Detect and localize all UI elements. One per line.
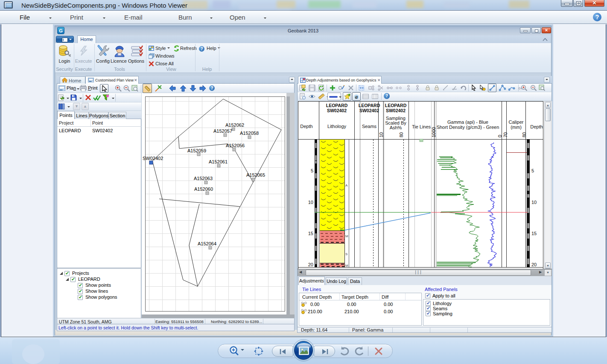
svg-text:LEOPARD: LEOPARD [326, 103, 348, 108]
svg-text:SW02402: SW02402 [359, 108, 379, 113]
svg-text:SW02402: SW02402 [143, 156, 163, 161]
svg-text:A152058: A152058 [240, 131, 259, 136]
svg-text:A152064: A152064 [198, 241, 216, 246]
svg-text:(mm): (mm) [511, 125, 522, 130]
svg-text:Caliper: Caliper [509, 119, 524, 125]
svg-text:A152065: A152065 [246, 172, 265, 178]
svg-text:Short Density (g/cm3) - Green: Short Density (g/cm3) - Green [437, 125, 499, 130]
svg-text:5: 5 [311, 168, 313, 173]
svg-text:A152060: A152060 [194, 186, 213, 192]
svg-text:10: 10 [531, 200, 537, 205]
svg-text:A152063: A152063 [194, 176, 213, 181]
svg-text:A: A [345, 183, 348, 187]
svg-text:15: 15 [531, 231, 537, 236]
svg-text:Depth: Depth [530, 124, 543, 129]
svg-text:5: 5 [531, 168, 534, 173]
svg-text:80: 80 [399, 132, 404, 137]
svg-text:a: a [355, 94, 358, 100]
svg-text:A152056: A152056 [226, 143, 245, 148]
svg-text:0: 0 [497, 135, 502, 137]
svg-text:M: M [345, 234, 348, 238]
svg-text:Ash%: Ash% [390, 125, 402, 130]
svg-text:M: M [345, 264, 348, 268]
svg-text:Seams: Seams [362, 124, 377, 129]
svg-text:10: 10 [308, 200, 313, 205]
svg-text:20: 20 [308, 262, 313, 267]
svg-text:70: 70 [503, 132, 508, 137]
svg-text:A152062: A152062 [225, 122, 244, 128]
svg-text:A152059: A152059 [187, 148, 206, 153]
svg-text:Gamma (api) - Blue: Gamma (api) - Blue [447, 119, 488, 125]
svg-text:Depth: Depth [300, 124, 312, 129]
svg-text:SW02402: SW02402 [327, 108, 347, 113]
svg-text:A152061: A152061 [209, 159, 228, 164]
svg-text:S: S [345, 252, 347, 256]
svg-text:20: 20 [531, 262, 537, 267]
svg-text:LEOPARD: LEOPARD [385, 103, 407, 108]
svg-text:Lithology: Lithology [327, 124, 347, 129]
svg-text:SW02402: SW02402 [386, 108, 406, 113]
svg-text:1000: 1000 [431, 127, 436, 137]
svg-text:A152057: A152057 [213, 128, 232, 134]
svg-text:10: 10 [379, 132, 384, 137]
svg-text:Tie Lines: Tie Lines [412, 124, 431, 129]
svg-text:LEOPARD: LEOPARD [359, 103, 380, 108]
svg-text:80: 80 [522, 132, 527, 137]
svg-text:15: 15 [308, 231, 313, 236]
